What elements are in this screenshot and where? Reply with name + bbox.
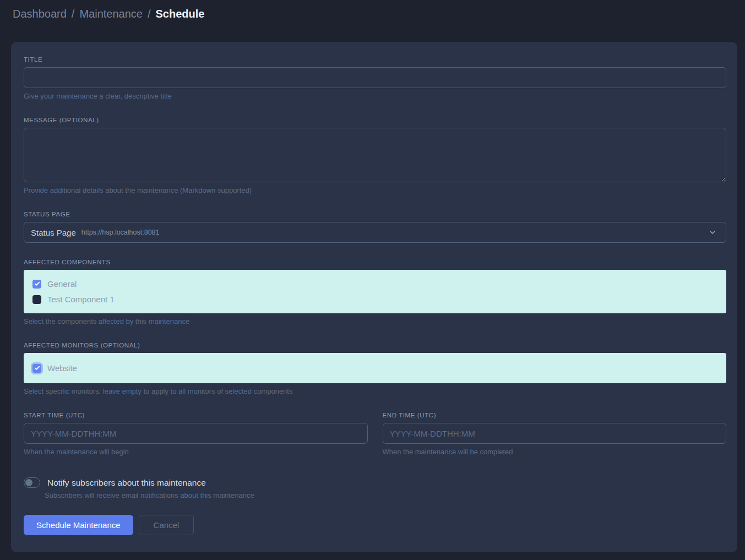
component-option-test-component-1[interactable]: Test Component 1 xyxy=(32,292,717,306)
breadcrumb-current-schedule: Schedule xyxy=(156,7,205,21)
checkbox-checked-icon xyxy=(32,364,41,373)
cancel-button[interactable]: Cancel xyxy=(139,515,194,535)
form-actions: Schedule Maintenance Cancel xyxy=(24,515,726,535)
end-time-field: END TIME (UTC) When the maintenance will… xyxy=(383,412,727,456)
affected-components-field: AFFECTED COMPONENTS General Test Compone… xyxy=(24,259,726,326)
schedule-maintenance-form: TITLE Give your maintenance a clear, des… xyxy=(11,42,737,552)
status-page-selected-name: Status Page xyxy=(31,228,76,237)
affected-components-panel: General Test Component 1 xyxy=(24,270,726,313)
end-time-helper: When the maintenance will be completed xyxy=(383,448,727,456)
monitor-option-label: Website xyxy=(47,363,77,373)
notify-label: Notify subscribers about this maintenanc… xyxy=(47,478,206,488)
affected-components-helper: Select the components affected by this m… xyxy=(24,317,726,326)
start-time-label: START TIME (UTC) xyxy=(24,412,368,418)
breadcrumb-link-maintenance[interactable]: Maintenance xyxy=(79,7,143,21)
start-time-field: START TIME (UTC) When the maintenance wi… xyxy=(24,412,368,456)
schedule-maintenance-button[interactable]: Schedule Maintenance xyxy=(24,515,133,535)
status-page-label: STATUS PAGE xyxy=(24,211,726,218)
monitor-option-website[interactable]: Website xyxy=(32,361,717,375)
checkbox-unchecked-icon xyxy=(32,295,41,304)
affected-monitors-label: AFFECTED MONITORS (OPTIONAL) xyxy=(24,342,726,349)
breadcrumb: Dashboard / Maintenance / Schedule xyxy=(13,7,204,21)
start-time-helper: When the maintenance will begin xyxy=(24,448,368,456)
affected-monitors-field: AFFECTED MONITORS (OPTIONAL) Website Sel… xyxy=(24,342,726,396)
status-page-select[interactable]: Status Page https://hsp.localhost:8081 xyxy=(24,222,726,243)
component-option-label: Test Component 1 xyxy=(47,295,115,304)
affected-monitors-panel: Website xyxy=(24,353,726,383)
message-field: MESSAGE (OPTIONAL) Provide additional de… xyxy=(24,117,726,195)
title-label: TITLE xyxy=(24,56,726,63)
notify-toggle[interactable] xyxy=(24,477,40,488)
breadcrumb-separator: / xyxy=(148,7,151,21)
message-textarea[interactable] xyxy=(24,128,726,182)
status-page-field: STATUS PAGE Status Page https://hsp.loca… xyxy=(24,211,726,243)
time-row: START TIME (UTC) When the maintenance wi… xyxy=(24,412,726,456)
start-time-input[interactable] xyxy=(24,423,368,444)
title-field: TITLE Give your maintenance a clear, des… xyxy=(24,56,726,101)
title-input[interactable] xyxy=(24,67,726,88)
notify-helper: Subscribers will receive email notificat… xyxy=(45,491,726,500)
affected-monitors-helper: Select specific monitors; leave empty to… xyxy=(24,387,726,396)
component-option-label: General xyxy=(47,279,77,289)
breadcrumb-separator: / xyxy=(72,7,75,21)
checkbox-checked-icon xyxy=(32,280,41,289)
breadcrumb-bar: Dashboard / Maintenance / Schedule xyxy=(0,0,745,28)
chevron-down-icon xyxy=(708,228,717,237)
toggle-knob-icon xyxy=(25,479,32,486)
notify-toggle-row: Notify subscribers about this maintenanc… xyxy=(24,477,726,488)
title-helper: Give your maintenance a clear, descripti… xyxy=(24,92,726,101)
end-time-input[interactable] xyxy=(383,423,727,444)
message-helper: Provide additional details about the mai… xyxy=(24,186,726,195)
message-label: MESSAGE (OPTIONAL) xyxy=(24,117,726,123)
affected-components-label: AFFECTED COMPONENTS xyxy=(24,259,726,265)
status-page-selected-url: https://hsp.localhost:8081 xyxy=(81,229,160,236)
component-option-general[interactable]: General xyxy=(32,277,717,291)
end-time-label: END TIME (UTC) xyxy=(383,412,727,418)
breadcrumb-link-dashboard[interactable]: Dashboard xyxy=(13,7,67,21)
